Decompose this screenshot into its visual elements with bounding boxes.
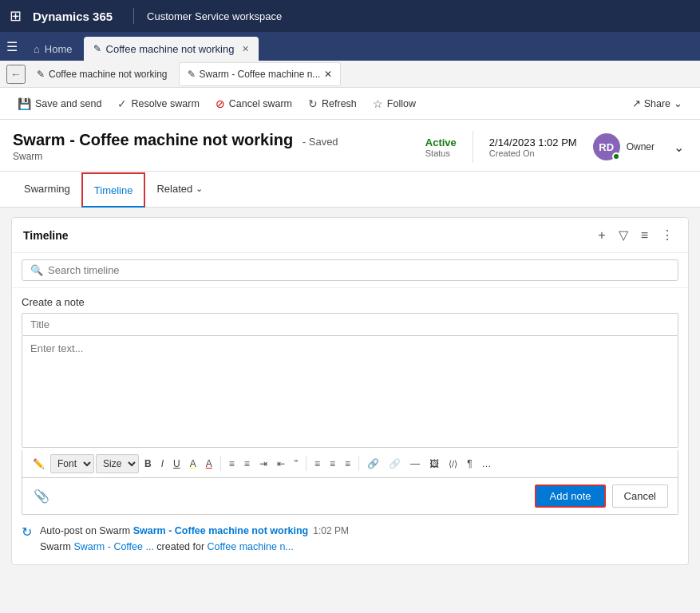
- filter-timeline-button[interactable]: ▽: [615, 226, 631, 244]
- auto-post-link-1[interactable]: Swarm - Coffee machine not working: [133, 525, 308, 536]
- grid-icon[interactable]: ⊞: [10, 7, 22, 25]
- pencil-icon: ✎: [93, 43, 101, 54]
- cancel-swarm-label: Cancel swarm: [229, 98, 292, 109]
- bold-button[interactable]: B: [140, 453, 156, 474]
- case-tab-icon: ✎: [37, 69, 45, 80]
- auto-post-icon: ↻: [22, 524, 32, 540]
- blockquote-button[interactable]: ": [291, 453, 302, 474]
- note-action-buttons: Add note Cancel: [535, 484, 668, 508]
- record-meta: Active Status 2/14/2023 1:02 PM Created …: [425, 131, 687, 163]
- add-note-button[interactable]: Add note: [535, 484, 605, 508]
- tab-swarming[interactable]: Swarming: [13, 172, 81, 207]
- star-icon: ☆: [373, 97, 383, 110]
- resolve-swarm-label: Resolve swarm: [131, 98, 199, 109]
- back-button[interactable]: ←: [6, 65, 26, 84]
- resolve-icon: ✓: [117, 97, 127, 110]
- hline-button[interactable]: —: [406, 453, 424, 474]
- timeline-card-title: Timeline: [23, 229, 595, 242]
- auto-post-entry: ↻ Auto-post on Swarm Swarm - Coffee mach…: [12, 515, 688, 564]
- search-input[interactable]: [48, 264, 670, 276]
- pencil-fmt-button[interactable]: ✏️: [29, 453, 49, 474]
- tab-home-label: Home: [45, 43, 73, 55]
- tab-swarm-record[interactable]: ✎ Swarm - Coffee machine n... ✕: [179, 62, 342, 86]
- auto-post-link-2[interactable]: Swarm - Coffee ...: [73, 541, 154, 552]
- tab-coffee-case[interactable]: ✎ Coffee machine not working ✕: [84, 37, 259, 61]
- share-button[interactable]: ↗ Share ⌄: [624, 91, 690, 117]
- meta-divider: [473, 131, 473, 163]
- timeline-actions: + ▽ ≡ ⋮: [595, 226, 677, 244]
- cancel-swarm-icon: ⊘: [216, 97, 225, 110]
- tab-related[interactable]: Related ⌄: [145, 172, 214, 207]
- source-button[interactable]: ⟨/⟩: [445, 453, 461, 474]
- align-right-button[interactable]: ≡: [310, 453, 324, 474]
- tab-timeline[interactable]: Timeline: [81, 172, 146, 208]
- create-note-label: Create a note: [22, 296, 678, 308]
- align-justify-button[interactable]: ≡: [326, 453, 339, 474]
- add-timeline-button[interactable]: +: [595, 227, 608, 244]
- share-label: Share: [644, 98, 670, 109]
- refresh-label: Refresh: [322, 98, 357, 109]
- swarming-tab-label: Swarming: [24, 183, 70, 195]
- related-tab-label: Related: [156, 183, 192, 195]
- record-title: Swarm - Coffee machine not working: [13, 131, 293, 148]
- expand-button[interactable]: ⌄: [670, 136, 687, 158]
- fmt-divider-2: [306, 457, 306, 471]
- created-on-label: Created On: [489, 148, 577, 158]
- record-type: Swarm: [13, 151, 338, 162]
- para-button[interactable]: ¶: [463, 453, 476, 474]
- fmt-divider-1: [220, 457, 221, 471]
- unlink-button[interactable]: 🔗: [385, 453, 405, 474]
- font-select[interactable]: Font: [50, 454, 94, 473]
- related-dropdown-icon: ⌄: [196, 184, 203, 194]
- fmt-divider-3: [358, 457, 359, 471]
- note-actions: 📎 Add note Cancel: [22, 478, 678, 515]
- tab-coffee-label: Coffee machine not working: [106, 43, 235, 55]
- align-left-button[interactable]: ≡: [225, 453, 239, 474]
- record-title-area: Swarm - Coffee machine not working - Sav…: [13, 131, 338, 162]
- section-tabs: Swarming Timeline Related ⌄: [0, 172, 700, 208]
- note-body-input[interactable]: [22, 336, 678, 448]
- status-label: Status: [425, 148, 457, 158]
- record-header: Swarm - Coffee machine not working - Sav…: [0, 120, 700, 172]
- italic-button[interactable]: I: [157, 453, 168, 474]
- timeline-tab-label: Timeline: [94, 184, 133, 196]
- align-center-button[interactable]: ≡: [240, 453, 254, 474]
- refresh-button[interactable]: ↻ Refresh: [300, 91, 365, 117]
- record-saved-indicator: - Saved: [303, 136, 338, 148]
- link-button[interactable]: 🔗: [363, 453, 383, 474]
- save-icon: 💾: [18, 97, 31, 110]
- more-fmt-button[interactable]: …: [478, 453, 496, 474]
- font-color-button[interactable]: A: [202, 453, 216, 474]
- tab-case-record[interactable]: ✎ Coffee machine not working: [29, 62, 176, 86]
- underline-button[interactable]: U: [169, 453, 184, 474]
- tab-bar-primary: ☰ ⌂ Home ✎ Coffee machine not working ✕: [0, 32, 700, 61]
- created-on-field: 2/14/2023 1:02 PM Created On: [489, 136, 577, 158]
- auto-post-link-3[interactable]: Coffee machine n...: [208, 541, 294, 552]
- save-send-button[interactable]: 💾 Save and send: [10, 91, 109, 117]
- hamburger-menu-icon[interactable]: ☰: [6, 39, 18, 54]
- more-timeline-button[interactable]: ⋮: [658, 226, 677, 244]
- image-button[interactable]: 🖼: [425, 453, 443, 474]
- avatar: RD: [593, 133, 620, 160]
- highlight-button[interactable]: A: [186, 453, 200, 474]
- size-select[interactable]: Size: [96, 454, 139, 473]
- action-toolbar: 💾 Save and send ✓ Resolve swarm ⊘ Cancel…: [0, 88, 700, 120]
- workspace-title: Customer Service workspace: [147, 10, 282, 22]
- tab-case-label: Coffee machine not working: [49, 69, 168, 80]
- search-input-wrap[interactable]: 🔍: [22, 259, 678, 281]
- indent-button[interactable]: ⇥: [255, 453, 271, 474]
- tab-home[interactable]: ⌂ Home: [24, 37, 82, 61]
- nav-divider: [133, 8, 134, 24]
- cancel-swarm-button[interactable]: ⊘ Cancel swarm: [208, 91, 300, 117]
- align-other-button[interactable]: ≡: [341, 453, 354, 474]
- follow-button[interactable]: ☆ Follow: [365, 91, 424, 117]
- tab-close-icon[interactable]: ✕: [242, 44, 249, 54]
- cancel-note-button[interactable]: Cancel: [612, 484, 668, 508]
- note-title-input[interactable]: [22, 313, 678, 336]
- outdent-button[interactable]: ⇤: [273, 453, 289, 474]
- swarm-tab-close-icon[interactable]: ✕: [324, 69, 332, 80]
- search-icon: 🔍: [30, 264, 43, 276]
- resolve-swarm-button[interactable]: ✓ Resolve swarm: [109, 91, 207, 117]
- attach-button[interactable]: 📎: [32, 487, 51, 505]
- sort-timeline-button[interactable]: ≡: [638, 227, 651, 244]
